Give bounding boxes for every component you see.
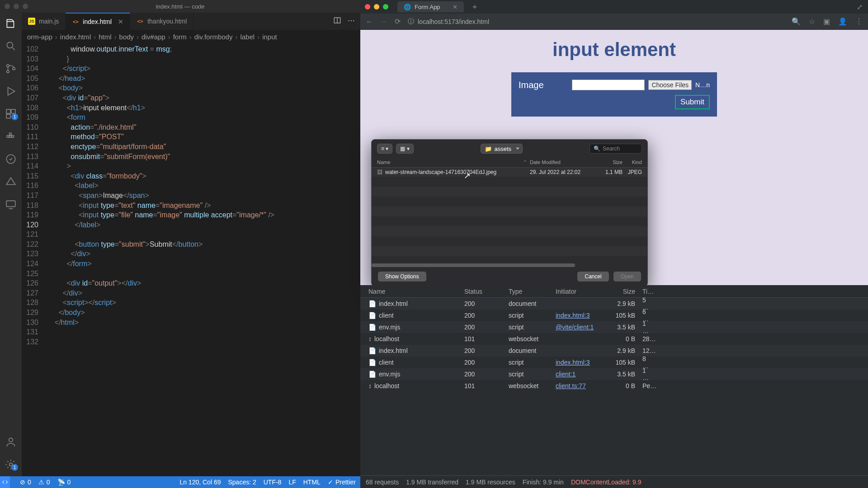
close-window-icon[interactable]	[365, 4, 370, 9]
network-row[interactable]: 📄index.html200document2.9 kB5 …	[360, 298, 868, 310]
cancel-button[interactable]: Cancel	[577, 272, 609, 282]
close-tab-icon[interactable]: ✕	[453, 4, 458, 10]
column-headers[interactable]: Name ⌃ Date Modified Size Kind	[372, 158, 647, 168]
breadcrumb-segment[interactable]: input	[262, 33, 277, 41]
liveshare-icon[interactable]	[5, 153, 17, 165]
source-control-icon[interactable]	[5, 62, 17, 75]
bookmark-icon[interactable]: ☆	[809, 17, 815, 26]
remote-status-icon[interactable]	[0, 476, 10, 488]
info-icon[interactable]: ⓘ	[408, 18, 414, 26]
horizontal-scrollbar[interactable]	[372, 263, 575, 267]
col-size[interactable]: Size	[607, 288, 639, 295]
initiator-link[interactable]: index.html:3	[556, 312, 590, 319]
status-code: 200	[461, 347, 505, 354]
browser-tab[interactable]: 🌐Form App✕	[397, 1, 464, 12]
maximize-window-icon[interactable]	[383, 4, 388, 9]
list-view-button[interactable]: ≡ ▾	[377, 144, 392, 154]
initiator-link[interactable]: client.ts:77	[556, 382, 586, 389]
back-button[interactable]: ←	[366, 18, 373, 26]
new-tab-button[interactable]: ＋	[471, 2, 478, 12]
window-controls[interactable]	[5, 4, 28, 9]
errors-status[interactable]: ⊘ 0	[20, 479, 31, 486]
forward-button[interactable]: →	[380, 18, 387, 26]
settings-icon[interactable]: 1	[5, 458, 17, 471]
submit-button[interactable]: Submit	[675, 95, 710, 109]
initiator-link[interactable]: @vite/client:1	[556, 324, 594, 331]
network-row[interactable]: 📄client200scriptindex.html:3105 kB8 …	[360, 357, 868, 368]
extensions-icon[interactable]: 1	[5, 108, 17, 120]
network-row[interactable]: 📄env.mjs200scriptclient:13.5 kB1 …	[360, 368, 868, 380]
close-tab-icon[interactable]: ✕	[118, 18, 123, 25]
tab-indexhtml[interactable]: <>index.html✕	[66, 13, 130, 30]
prettier-status[interactable]: ✓ Prettier	[328, 479, 356, 486]
resource-name: client	[379, 312, 394, 319]
breadcrumb-segment[interactable]: form	[173, 33, 187, 41]
close-window-icon[interactable]	[5, 4, 10, 9]
col-date[interactable]: Date Modified	[530, 160, 600, 165]
col-initiator[interactable]: Initiator	[552, 288, 607, 295]
breadcrumb-segment[interactable]: orm-app	[27, 33, 52, 41]
col-size[interactable]: Size	[600, 160, 623, 165]
choose-files-button[interactable]: Choose Files	[648, 80, 692, 90]
col-kind[interactable]: Kind	[626, 160, 642, 165]
breadcrumb-segment[interactable]: div#app	[142, 33, 165, 41]
address-bar[interactable]: ⓘlocalhost:5173/index.html	[408, 18, 784, 26]
initiator-link[interactable]: client:1	[556, 371, 576, 378]
network-row[interactable]: 📄client200scriptindex.html:3105 kB6 …	[360, 310, 868, 321]
eol[interactable]: LF	[288, 479, 296, 486]
indentation[interactable]: Spaces: 2	[228, 479, 256, 486]
warnings-status[interactable]: ⚠ 0	[38, 479, 50, 486]
maximize-window-icon[interactable]	[23, 4, 28, 9]
reload-button[interactable]: ⟳	[395, 17, 401, 26]
breadcrumb-segment[interactable]: index.html	[60, 33, 91, 41]
cursor-position[interactable]: Ln 120, Col 69	[179, 479, 221, 486]
network-headers[interactable]: Name Status Type Initiator Size Ti…	[360, 285, 868, 298]
initiator-link[interactable]: index.html:3	[556, 359, 590, 366]
more-actions-icon[interactable]: ⋯	[348, 16, 355, 26]
file-row[interactable]: 🖼water-stream-landscape-1471630704EdJ.jp…	[372, 168, 647, 177]
grid-view-button[interactable]: ▦ ▾	[396, 144, 413, 154]
expand-icon[interactable]: ⤢	[857, 3, 863, 11]
ports-status[interactable]: 📡 0	[57, 479, 71, 486]
network-row[interactable]: ↕localhost101websocket0 B28…	[360, 333, 868, 345]
window-controls[interactable]	[365, 4, 388, 9]
network-row[interactable]: 📄index.html200document2.9 kB12…	[360, 345, 868, 357]
file-list[interactable]: 🖼water-stream-landscape-1471630704EdJ.jp…	[372, 168, 647, 267]
menu-icon[interactable]: ⋮	[855, 17, 863, 26]
minimize-window-icon[interactable]	[14, 4, 19, 9]
network-row[interactable]: 📄env.mjs200script@vite/client:13.5 kB1 …	[360, 321, 868, 333]
search-field[interactable]: 🔍Search	[590, 144, 642, 154]
remote-icon[interactable]	[5, 198, 17, 211]
show-options-button[interactable]: Show Options	[378, 272, 426, 282]
breadcrumb-segment[interactable]: div.formbody	[194, 33, 233, 41]
code-editor[interactable]: window.output.innerText = msg; } </scrip…	[47, 43, 360, 476]
testing-icon[interactable]	[5, 175, 17, 188]
breadcrumb-segment[interactable]: label	[240, 33, 255, 41]
col-name[interactable]: Name	[365, 288, 461, 295]
tab-thankyouhtml[interactable]: <>thankyou.html	[130, 13, 193, 30]
imagename-input[interactable]	[572, 80, 645, 90]
breadcrumb-segment[interactable]: html	[99, 33, 111, 41]
col-time[interactable]: Ti…	[639, 288, 657, 295]
accounts-icon[interactable]	[5, 436, 17, 448]
minimize-window-icon[interactable]	[374, 4, 379, 9]
run-debug-icon[interactable]	[5, 85, 17, 98]
zoom-icon[interactable]: 🔍	[792, 17, 801, 26]
col-type[interactable]: Type	[505, 288, 552, 295]
search-icon[interactable]	[5, 40, 17, 52]
encoding[interactable]: UTF-8	[264, 479, 282, 486]
extensions-browser-icon[interactable]: ▣	[823, 17, 830, 26]
explorer-icon[interactable]	[5, 17, 17, 30]
col-status[interactable]: Status	[461, 288, 505, 295]
tab-mainjs[interactable]: JSmain.js	[22, 13, 66, 30]
breadcrumb-segment[interactable]: body	[119, 33, 134, 41]
folder-selector[interactable]: 📁assets	[481, 144, 523, 154]
language-mode[interactable]: HTML	[303, 479, 321, 486]
network-row[interactable]: ↕localhost101websocketclient.ts:770 BPe…	[360, 380, 868, 392]
open-button[interactable]: Open	[613, 272, 641, 282]
col-name[interactable]: Name	[377, 160, 523, 165]
profile-icon[interactable]: 👤	[838, 17, 847, 26]
split-editor-icon[interactable]	[333, 16, 341, 26]
docker-icon[interactable]	[5, 130, 17, 143]
breadcrumb[interactable]: orm-app›index.html›html›body›div#app›for…	[22, 30, 360, 43]
